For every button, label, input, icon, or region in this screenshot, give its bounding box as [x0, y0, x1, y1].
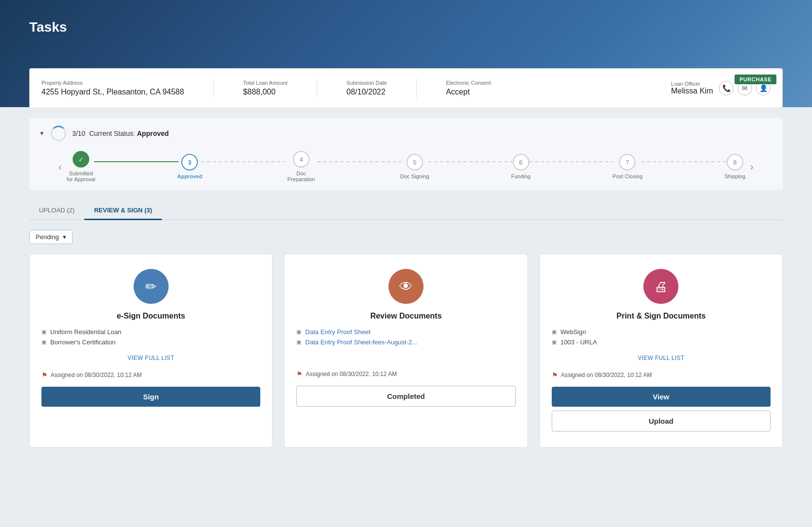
- page-title: Tasks: [29, 19, 67, 35]
- step-line-5: [529, 161, 613, 162]
- cards-grid: ✏ e-Sign Documents ▣ Uniform Residential…: [29, 254, 783, 448]
- flag-icon: ⚑: [41, 371, 48, 379]
- submission-label: Submission Date: [347, 80, 387, 86]
- tab-upload[interactable]: UPLOAD (2): [29, 202, 84, 220]
- step-7: 8 Shipping: [725, 154, 746, 179]
- loan-label: Total Loan Amount: [243, 80, 288, 86]
- step-line-4: [428, 161, 512, 162]
- doc-file-icon: ▣: [296, 339, 301, 345]
- doc-file-icon: ▣: [552, 329, 557, 335]
- step-6: 7 Post Closing: [613, 154, 643, 179]
- review-icon: 👁: [388, 269, 424, 304]
- step-label-3: Doc Preparation: [284, 170, 318, 182]
- doc-item-link[interactable]: ▣ Data Entry Proof Sheet: [296, 328, 515, 336]
- consent-label: Electronic Consent: [446, 80, 491, 86]
- divider: [213, 78, 214, 98]
- submission-date-group: Submission Date 08/10/2022: [347, 80, 387, 96]
- step-3: 4 Doc Preparation: [284, 151, 318, 182]
- consent-value: Accept: [446, 88, 491, 96]
- step-label-7: Shipping: [725, 173, 746, 179]
- doc-file-icon: ▣: [41, 339, 46, 345]
- progress-indicator: [51, 126, 66, 141]
- tab-review-sign[interactable]: REVIEW & SIGN (3): [84, 202, 162, 220]
- electronic-consent-group: Electronic Consent Accept: [446, 80, 491, 96]
- officer-label: Loan Officer: [671, 81, 713, 87]
- assigned-row: ⚑ Assigned on 08/30/2022, 10:12 AM: [552, 371, 771, 379]
- tabs-section: UPLOAD (2) REVIEW & SIGN (3): [29, 202, 783, 220]
- esign-card: ✏ e-Sign Documents ▣ Uniform Residential…: [29, 254, 272, 448]
- review-card-title: Review Documents: [370, 312, 442, 320]
- step-line-3: [317, 161, 401, 162]
- view-button[interactable]: View: [552, 387, 771, 407]
- step-line-1: [94, 161, 178, 162]
- status-filter-dropdown[interactable]: Pending ▾: [29, 230, 73, 244]
- officer-name: Melissa Kim: [671, 87, 713, 95]
- step-label-1: Submittedfor Approval: [67, 170, 96, 182]
- doc-file-icon: ▣: [552, 339, 557, 345]
- step-circle-3: 4: [293, 151, 309, 168]
- loan-value: $888,000: [243, 88, 288, 96]
- property-card: PURCHASE Property Address 4255 Hopyard S…: [29, 68, 783, 108]
- address-label: Property Address: [41, 80, 184, 86]
- print-sign-docs: ▣ WebSign ▣ 1003 - URLA: [552, 328, 771, 349]
- divider: [416, 78, 417, 98]
- step-2: 3 Approved: [177, 154, 202, 179]
- review-card: 👁 Review Documents ▣ Data Entry Proof Sh…: [284, 254, 527, 448]
- doc-item: ▣ Borrower's Certification: [41, 339, 260, 346]
- step-circle-6: 7: [619, 154, 636, 170]
- step-circle-7: 8: [727, 154, 743, 170]
- print-sign-icon: 🖨: [643, 269, 678, 304]
- step-circle-4: 5: [406, 154, 423, 170]
- address-value: 4255 Hopyard St., Pleasanton, CA 94588: [41, 88, 184, 96]
- assigned-row: ⚑ Assigned on 08/30/2022, 10:12 AM: [41, 371, 260, 379]
- chevron-down-icon: ▾: [63, 233, 66, 241]
- esign-card-title: e-Sign Documents: [116, 312, 185, 320]
- flag-icon: ⚑: [552, 371, 558, 379]
- step-label-6: Post Closing: [613, 173, 643, 179]
- esign-docs: ▣ Uniform Residential Loan ▣ Borrower's …: [41, 328, 260, 349]
- sign-button[interactable]: Sign: [41, 387, 260, 407]
- upload-button[interactable]: Upload: [552, 411, 771, 432]
- print-sign-card: 🖨 Print & Sign Documents ▣ WebSign ▣ 100…: [540, 254, 783, 448]
- progress-fraction: 3/10 Current Status: Approved: [72, 130, 169, 137]
- filter-label: Pending: [36, 233, 59, 241]
- doc-item: ▣ 1003 - URLA: [552, 339, 771, 346]
- step-label-4: Doc Signing: [400, 173, 429, 179]
- filter-section: Pending ▾: [29, 230, 783, 244]
- review-docs: ▣ Data Entry Proof Sheet ▣ Data Entry Pr…: [296, 328, 515, 349]
- flag-icon: ⚑: [296, 370, 303, 378]
- steps-next-button[interactable]: ›: [745, 161, 758, 172]
- submission-value: 08/10/2022: [347, 88, 387, 96]
- esign-icon: ✏: [134, 269, 169, 304]
- property-address-group: Property Address 4255 Hopyard St., Pleas…: [41, 80, 184, 96]
- doc-file-icon: ▣: [296, 329, 301, 335]
- step-1: ✓ Submittedfor Approval: [67, 151, 96, 182]
- view-full-list-link[interactable]: VIEW FULL LIST: [41, 355, 260, 361]
- collapse-icon[interactable]: ▼: [39, 130, 45, 137]
- doc-item: ▣ Uniform Residential Loan: [41, 328, 260, 336]
- step-label-5: Funding: [511, 173, 531, 179]
- phone-icon[interactable]: 📞: [719, 81, 734, 95]
- divider: [317, 78, 317, 98]
- doc-item: ▣ WebSign: [552, 328, 771, 336]
- purchase-badge: PURCHASE: [735, 75, 776, 84]
- step-circle-5: 6: [513, 154, 529, 170]
- progress-section: ▼ 3/10 Current Status: Approved ‹ ✓ Subm…: [29, 118, 783, 190]
- step-5: 6 Funding: [511, 154, 531, 179]
- step-line-2: [201, 161, 285, 162]
- steps-container: ‹ ✓ Submittedfor Approval 3 Approved 4 D…: [39, 151, 773, 182]
- step-circle-1: ✓: [73, 151, 89, 168]
- view-full-list-link[interactable]: VIEW FULL LIST: [552, 355, 771, 361]
- step-4: 5 Doc Signing: [400, 154, 429, 179]
- doc-item-link[interactable]: ▣ Data Entry Proof Sheet-fees-August-2..…: [296, 339, 515, 346]
- completed-button[interactable]: Completed: [296, 386, 515, 407]
- doc-file-icon: ▣: [41, 329, 46, 335]
- step-line-6: [641, 161, 725, 162]
- loan-amount-group: Total Loan Amount $888,000: [243, 80, 288, 96]
- step-circle-2: 3: [181, 154, 198, 170]
- steps-prev-button[interactable]: ‹: [54, 161, 67, 172]
- step-label-2: Approved: [177, 173, 202, 179]
- assigned-row: ⚑ Assigned on 08/30/2022, 10:12 AM: [296, 370, 515, 378]
- print-sign-card-title: Print & Sign Documents: [617, 312, 706, 320]
